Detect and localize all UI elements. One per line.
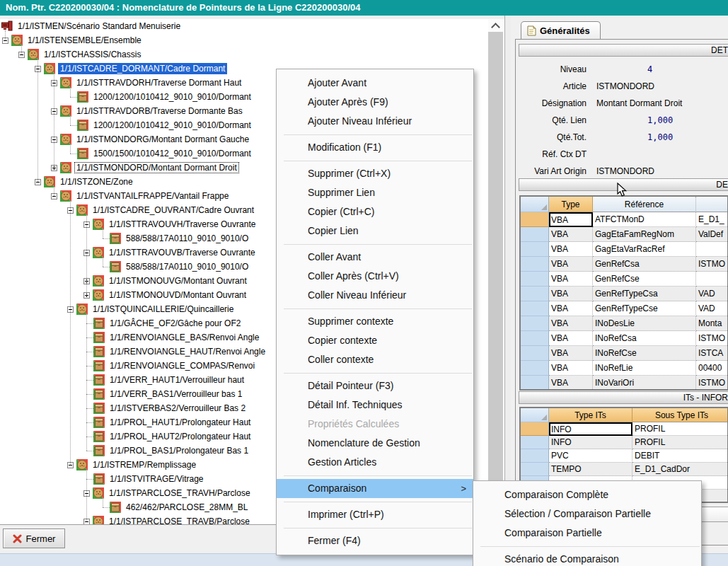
field-value[interactable]: Montant Dormant Droit [596,98,682,108]
grid-row[interactable]: PVCDEBIT [521,449,727,463]
grid-cell[interactable]: TEMPO [549,463,632,476]
grid-row[interactable]: INFOPROFIL [521,436,727,449]
tree-row[interactable]: 588/588/17A0110_9010_9010/O [110,260,250,274]
row-selector-cell[interactable] [521,287,549,301]
grid-row[interactable]: TEMPOE_D1_CadDor [521,463,727,476]
column-header[interactable] [696,197,728,212]
column-header[interactable]: Sous Type ITs [632,408,728,422]
row-selector-cell[interactable] [521,346,549,361]
grid-cell[interactable]: INoRefCse [593,346,696,361]
tree-item-label[interactable]: 1/1/PROL_HAUT2/Prolongateur Haut [108,431,253,442]
grid-cell[interactable]: GenRefCse [593,272,696,287]
grid-cell[interactable]: PVC [549,449,632,463]
grid-cell[interactable]: GenRefTypeCsa [593,287,696,301]
submenu-item[interactable]: Comparaison Partielle [473,524,701,543]
grid-cell[interactable]: ValDef [696,227,728,242]
tree-item-label[interactable]: 588/588/17A0110_9010_9010/O [124,233,250,244]
grid-cell[interactable]: VBA [549,257,593,272]
grid-row[interactable]: VBAINoRefLie00400 [521,361,727,376]
grid-row[interactable]: VBAATFCTMonDE_D1_ [521,212,727,227]
grid-cell[interactable]: GenRefCsa [593,257,696,272]
context-menu-item[interactable]: Coller Niveau Inférieur [277,286,473,305]
pointer-variables-grid[interactable]: TypeRéférenceVBAATFCTMonDE_D1_VBAGagEtaF… [519,195,728,391]
tree-row[interactable]: 1/1/ISTMONDORD/Montant Dormant Droit [51,161,239,175]
grid-cell[interactable] [696,242,728,257]
row-selector-cell[interactable] [521,212,549,227]
tree-item-label[interactable]: 1/1/VERR_HAUT1/Verrouilleur haut [108,374,246,386]
context-menu-item[interactable]: Fermer (F4) [277,531,473,550]
grid-cell[interactable]: VAD [696,287,728,301]
row-selector-cell[interactable] [521,422,549,436]
tree-row[interactable]: 1/1/ISTPARCLOSE_TRAVB/Parclose [83,514,252,525]
grid-cell[interactable]: VBA [549,212,593,227]
grid-row[interactable]: VBAGenRefTypeCseVAD [521,301,727,316]
grid-row[interactable]: VBAINoRefCsaISTMO [521,331,727,346]
grid-cell[interactable]: INFO [549,422,632,436]
row-selector-cell[interactable] [521,227,549,242]
tree-item-label[interactable]: 1/1/ISTVERBAS2/Verrouilleur Bas 2 [108,403,248,414]
context-menu-item[interactable]: Copier (Ctrl+C) [277,202,473,221]
context-menu-item[interactable]: Ajouter Avant [277,74,473,93]
grid-cell[interactable]: VBA [549,376,593,391]
tree-item-label[interactable]: 1/1/ISTVANTAILFRAPPE/Vantail Frappe [74,190,231,202]
tree-row[interactable]: 1/1/ISTMEN/Scénario Standard Menuiserie [1,19,183,33]
grid-cell[interactable]: GagEtaFamRegNom [593,227,696,242]
tree-row[interactable]: 1/1/ISTVANTAILFRAPPE/Vantail Frappe [51,189,231,203]
context-menu-item[interactable]: Coller Avant [277,248,473,267]
grid-cell[interactable]: VBA [549,301,593,316]
grid-row[interactable]: VBAGenRefTypeCsaVAD [521,287,727,301]
context-menu-item[interactable]: Supprimer contexte [277,312,473,331]
grid-cell[interactable]: VAD [696,301,728,316]
context-menu-item[interactable]: Copier contexte [277,331,473,350]
row-selector-cell[interactable] [521,361,549,376]
row-selector-cell[interactable] [521,331,549,346]
tree-row[interactable]: 1/1/ISTZONE/Zone [35,175,135,189]
grid-cell[interactable]: ISTCA [696,346,728,361]
tree-item-label[interactable]: 1/1/ISTPARCLOSE_TRAVH/Parclose [107,487,253,499]
field-value[interactable]: ISTMONDORD [596,166,654,176]
grid-cell[interactable]: ISTMO [696,257,728,272]
tree-row[interactable]: 1/1/ISTPARCLOSE_TRAVH/Parclose [83,486,253,500]
grid-cell[interactable]: INoVariOri [593,376,696,391]
window-titlebar[interactable]: Nom. Ptr. C220200030/04 : Nomenclature d… [0,0,728,16]
grid-row[interactable]: INFOPROFIL [521,422,727,436]
grid-row[interactable]: VBAGenRefCse [521,272,727,287]
context-menu-item[interactable]: Nomenclature de Gestion [277,434,473,453]
grid-row[interactable]: VBAINoDesLieMonta [521,316,727,331]
grid-cell[interactable]: INoRefCsa [593,331,696,346]
row-selector-cell[interactable] [521,376,549,391]
tree-item-label[interactable]: 1/1/ISTTRAVDORH/Traverse Dormant Haut [74,77,243,88]
context-menu-item[interactable]: Gestion Articles [277,453,473,472]
grid-cell[interactable]: GenRefTypeCse [593,301,696,316]
tree-item-label[interactable]: 1/1/RENVOIANGLE_HAUT/Renvoi Angle [108,346,267,357]
tree-item-label[interactable]: 1/1/PROL_BAS1/Prolongateur Bas 1 [108,445,250,456]
tree-row[interactable]: 462/462/PARCLOSE_28MM_BL [110,500,250,514]
grid-cell[interactable]: ISTMO [696,331,728,346]
tree-item-label[interactable]: 1/1/ISTCADRE_DORMANT/Cadre Dormant [58,63,227,74]
tree-row[interactable]: 1/1/ISTMONDORG/Montant Dormant Gauche [51,132,251,146]
tree-item-label[interactable]: 1/1/ISTMONOUVG/Montant Ouvrant [107,275,249,287]
tree-item-label[interactable]: 462/462/PARCLOSE_28MM_BL [124,502,250,513]
row-selector-cell[interactable] [521,436,549,449]
context-menu-item[interactable]: Supprimer Lien [277,183,473,202]
scrollbar-thumb[interactable] [488,32,503,512]
grid-cell[interactable]: Monta [696,316,728,331]
close-button[interactable]: Fermer [3,529,65,548]
tree-row[interactable]: 1/1/VERR_HAUT1/Verrouilleur haut [93,373,246,387]
grid-cell[interactable]: VBA [549,287,593,301]
context-menu-item[interactable]: Détail Pointeur (F3) [277,376,473,395]
column-header[interactable]: Type [549,197,593,212]
tree-item-label[interactable]: 1/1/RENVOIANGLE_COMPAS/Renvoi [108,360,257,371]
tree-item-label[interactable]: 1/1/ISTZONE/Zone [58,176,135,187]
tree-row[interactable]: 1/1/ISTCADRE_DORMANT/Cadre Dormant [35,62,227,76]
tree-item-label[interactable]: 1/1/PROL_HAUT1/Prolongateur Haut [108,417,253,428]
context-menu-item[interactable]: Imprimer (Ctrl+P) [277,505,473,524]
grid-cell[interactable]: PROFIL [632,436,728,449]
tree-item-label[interactable]: 1/1/ISTTRAVOUVH/Traverse Ouvrante [107,219,258,230]
context-menu-item[interactable]: Supprimer (Ctrl+X) [277,164,473,183]
grid-cell[interactable]: VBA [549,272,593,287]
grid-row[interactable]: VBAGagEtaFamRegNomValDef [521,227,727,242]
field-value[interactable]: ISTMONDORD [596,81,654,91]
grid-row[interactable]: VBAINoVariOriISTMO [521,376,727,391]
row-selector-cell[interactable] [521,301,549,316]
